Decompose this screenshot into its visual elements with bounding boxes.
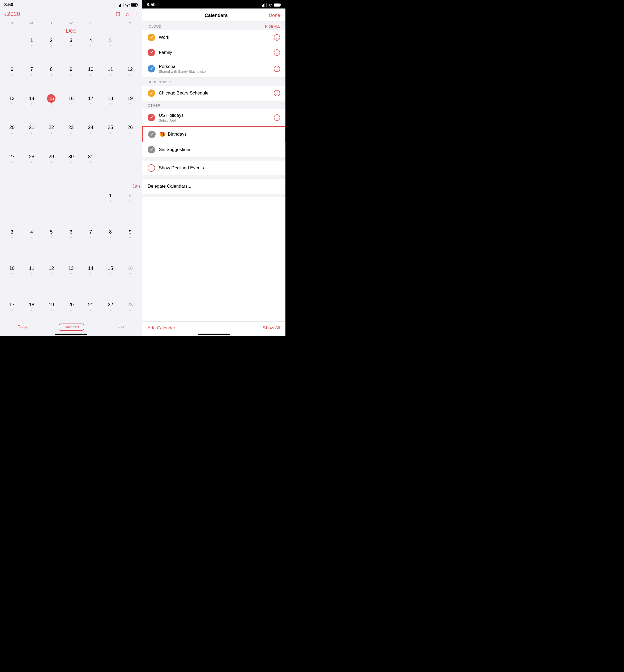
cal-cell[interactable]: 2 [120,191,140,227]
declined-name: Show Declined Events [159,165,280,171]
cal-dot [90,74,92,76]
other-section-header: OTHER [142,101,285,109]
done-button[interactable]: Done [269,13,280,18]
search-icon[interactable]: ⌕ [126,10,129,18]
icloud-section-header: ICLOUD HIDE ALL [142,22,285,30]
cal-cell[interactable]: 5 [42,227,61,263]
family-info-icon[interactable]: i [274,49,280,56]
cal-cell[interactable]: 5 [101,35,120,64]
cal-date: 23 [126,300,134,309]
icloud-label: ICLOUD [148,24,161,28]
cal-cell[interactable]: 31 [81,152,101,181]
cal-date: 6 [8,65,16,74]
calendars-nav-item[interactable]: Calendars [59,324,84,331]
cal-cell[interactable]: 27 [2,152,22,181]
cal-cell[interactable]: 20 [2,123,22,152]
today-nav-item[interactable]: Today [14,324,32,331]
modal-header: Calendars Done [142,8,285,22]
cal-cell[interactable]: 30 [61,152,81,181]
cal-cell[interactable]: 29 [42,152,61,181]
cal-cell[interactable]: 11 [101,64,120,94]
cal-date: 2 [47,36,55,45]
cal-cell[interactable]: 8 [101,227,120,263]
cal-cell[interactable]: 6 [2,64,22,94]
cal-cell[interactable]: 23 [61,123,81,152]
cal-dot [70,273,72,274]
hide-all-button[interactable]: HIDE ALL [265,24,280,28]
cal-dot [110,273,111,274]
cal-date: 10 [8,264,16,273]
show-declined-item[interactable]: Show Declined Events [142,161,285,176]
cal-date-today: 15 [47,94,55,103]
cal-cell[interactable]: 6 [61,227,81,263]
cal-cell[interactable]: 22 [42,123,61,152]
cal-cell[interactable]: 13 [2,93,22,123]
siri-suggestions-item[interactable]: ✓ Siri Suggestions [142,142,285,157]
cal-date: 3 [67,36,75,45]
home-indicator [55,333,87,335]
cal-date: 22 [47,124,55,132]
show-all-button[interactable]: Show All [263,325,280,331]
birthdays-item[interactable]: ✓ 🎁 Birthdays [142,126,285,142]
cal-cell[interactable]: 17 [81,93,101,123]
checkmark-icon: ✓ [150,50,153,55]
cal-date: 2 [126,191,134,200]
cal-cell[interactable]: 15 [42,93,61,123]
inbox-icon[interactable]: ⊟ [115,10,120,18]
cal-cell[interactable]: 14 [22,93,42,123]
holidays-info-icon[interactable]: i [274,114,280,121]
add-icon[interactable]: + [134,10,138,18]
cal-cell[interactable]: 12 [42,263,61,300]
cal-cell[interactable]: 16 [61,93,81,123]
cal-dot [51,310,52,311]
bears-info-icon[interactable]: i [274,90,280,96]
cal-cell[interactable]: 14 [81,263,101,300]
family-calendar-item[interactable]: ✓ Family i [142,45,285,60]
cal-cell[interactable]: 7 [22,64,42,94]
personal-info-icon[interactable]: i [274,65,280,72]
calendar-list-scroll[interactable]: ICLOUD HIDE ALL ✓ Work i ✓ Family [142,22,285,336]
cal-date: 21 [27,124,36,132]
cal-cell[interactable]: 13 [61,263,81,300]
cal-date: 22 [106,300,115,309]
cal-cell[interactable]: 1 [22,35,42,64]
cal-cell[interactable]: 4 [22,227,42,263]
holidays-check: ✓ [148,114,155,121]
cal-cell[interactable]: 10 [81,64,101,94]
us-holidays-item[interactable]: ✓ US Holidays Subscribed i [142,109,285,126]
inbox-nav-item[interactable]: Inbox [111,324,129,331]
cal-cell[interactable]: 9 [61,64,81,94]
personal-calendar-item[interactable]: ✓ Personal Shared with Sandy Stachowiak … [142,60,285,78]
cal-cell[interactable]: 26 [120,123,140,152]
cal-cell[interactable]: 19 [120,93,140,123]
cal-cell [101,152,120,181]
cal-cell[interactable]: 16 [120,263,140,300]
cal-cell[interactable]: 7 [81,227,101,263]
work-info-icon[interactable]: i [274,34,280,41]
back-arrow-icon[interactable]: ‹ [4,11,6,17]
add-calendar-button[interactable]: Add Calendar [148,325,175,331]
cal-date: 30 [67,152,75,161]
cal-cell[interactable]: 9 [120,227,140,263]
cal-dot [110,200,111,202]
cal-cell[interactable]: 3 [2,227,22,263]
cal-cell[interactable]: 11 [22,263,42,300]
cal-cell[interactable]: 3 [61,35,81,64]
cal-cell[interactable]: 2 [42,35,61,64]
cal-cell [2,191,22,227]
year-nav[interactable]: ‹ 2020 [4,10,20,18]
cal-cell[interactable]: 28 [22,152,42,181]
delegate-calendars-item[interactable]: Delegate Calendars... [142,179,285,194]
cal-cell[interactable]: 12 [120,64,140,94]
cal-cell[interactable]: 21 [22,123,42,152]
cal-cell[interactable]: 8 [42,64,61,94]
cal-cell[interactable]: 4 [81,35,101,64]
cal-cell[interactable]: 1 [101,191,120,227]
cal-cell[interactable]: 10 [2,263,22,300]
cal-cell[interactable]: 15 [101,263,120,300]
work-calendar-item[interactable]: ✓ Work i [142,30,285,45]
cal-cell[interactable]: 24 [81,123,101,152]
chicago-bears-item[interactable]: ✓ Chicago Bears Schedule i [142,86,285,101]
cal-cell[interactable]: 18 [101,93,120,123]
cal-cell[interactable]: 25 [101,123,120,152]
